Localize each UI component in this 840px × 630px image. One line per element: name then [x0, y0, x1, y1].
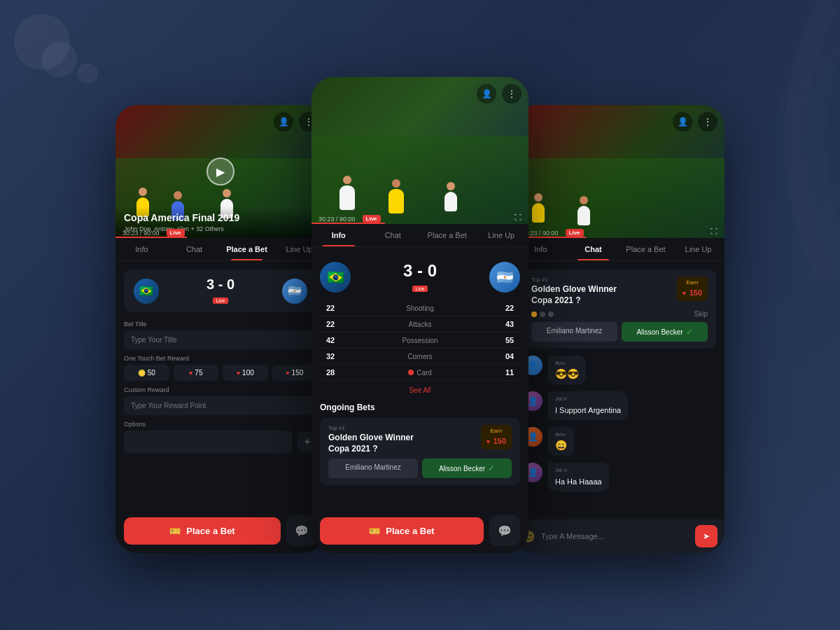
options-input[interactable]	[124, 430, 292, 453]
stat-possession-left: 42	[320, 336, 341, 344]
bet-card-info: Top #1 Golden Glove WinnerCopa 2021 ?	[328, 425, 414, 454]
left-content: 🇧🇷 3 - 0 Live 🇦🇷 Bet Title One Touch Bet…	[115, 261, 326, 550]
chat-msg-1: 👤 Anu 😎😎	[523, 356, 716, 384]
place-bet-button-center[interactable]: 🎫 Place a Bet	[320, 517, 484, 545]
msg-anu-1: 😎😎	[555, 368, 579, 379]
tab-chat-center[interactable]: Chat	[366, 224, 421, 246]
tab-info-center[interactable]: Info	[312, 224, 366, 246]
video-title: Copa America Final 2019	[124, 212, 317, 224]
earn-heart-right: ♥	[682, 290, 686, 297]
fullscreen-icon-center[interactable]: ⛶	[514, 210, 522, 223]
more-icon-right[interactable]: ⋮	[698, 112, 718, 132]
bet-opt-alisson-right[interactable]: Alisson Becker ✓	[622, 322, 708, 342]
r-player1	[532, 193, 545, 223]
center-live: Live	[412, 286, 428, 292]
earn-heart-center: ♥	[486, 438, 490, 445]
team-logo-left: 🇧🇷	[134, 279, 159, 304]
stat-card-left: 28	[320, 368, 341, 377]
bet-options-center: Emiliano Martinez Alisson Becker ✓	[328, 458, 512, 478]
options-label: Options	[124, 421, 317, 428]
bet-opt-emiliano-right[interactable]: Emiliano Martinez	[531, 322, 617, 342]
right-bet-options: Emiliano Martinez Alisson Becker ✓	[531, 322, 708, 342]
more-icon-center[interactable]: ⋮	[502, 84, 522, 104]
custom-label: Custom Reward	[124, 386, 317, 393]
msg-anu-2: 😄	[555, 440, 567, 451]
user-icon-center[interactable]: 👤	[477, 84, 496, 104]
left-phone: 👤 ⋮ ▶ Copa America Final 2019 John Doe, …	[115, 105, 326, 553]
left-tabs: Info Chat Place a Bet Line Up	[115, 238, 326, 261]
earn-label-center: Earn	[486, 428, 506, 434]
center-bet-card: Top #1 Golden Glove WinnerCopa 2021 ? Ea…	[320, 418, 520, 485]
dot-active	[531, 312, 537, 317]
tab-lineup-right[interactable]: Line Up	[672, 238, 724, 260]
reward-btn-75[interactable]: ♥ 75	[174, 365, 219, 381]
bet-option-emiliano[interactable]: Emiliano Martinez	[328, 458, 418, 478]
bet-icon-center: 🎫	[369, 526, 380, 536]
r-player2	[578, 196, 590, 225]
skip-row: Skip	[531, 310, 708, 318]
center-score-center: 3 - 0 Live	[403, 261, 437, 293]
right-bet-header: Top #1 Golden Glove WinnerCopa 2021 ? Ea…	[531, 276, 708, 306]
place-bet-label-left: Place a Bet	[186, 526, 234, 536]
bg-decoration-2	[42, 42, 77, 77]
send-icon: ➤	[703, 531, 710, 541]
center-video-icons: 👤 ⋮	[477, 84, 522, 104]
stat-attacks: 22 Attacks 43	[320, 316, 520, 332]
stat-possession-right: 55	[499, 336, 520, 344]
name-anu-2: Anu	[555, 431, 567, 438]
custom-reward-input[interactable]	[124, 396, 317, 415]
skip-btn[interactable]: Skip	[694, 310, 708, 318]
see-all-btn[interactable]: See All	[320, 381, 520, 400]
c-player2	[388, 179, 404, 214]
left-bottom-bar: 🎫 Place a Bet 💬	[115, 508, 326, 553]
tab-chat-right[interactable]: Chat	[567, 238, 620, 260]
tab-lineup-center[interactable]: Line Up	[475, 224, 529, 246]
reward-btn-100[interactable]: ♥ 100	[223, 365, 268, 381]
reward-btn-50[interactable]: 🪙 50	[124, 365, 169, 381]
ongoing-title: Ongoing Bets	[320, 402, 520, 412]
stat-shooting-label: Shooting	[341, 304, 499, 312]
reward-btn-150[interactable]: ♥ 150	[272, 365, 318, 381]
video-footer: 30:23 / 90:00 Live	[122, 229, 185, 237]
send-button[interactable]: ➤	[695, 525, 718, 547]
tab-place-bet-right[interactable]: Place a Bet	[620, 238, 672, 260]
center-score-row: 🇧🇷 3 - 0 Live 🇦🇷	[320, 255, 520, 300]
tab-place-bet-center[interactable]: Place a Bet	[420, 224, 475, 246]
dot-1	[540, 312, 545, 317]
reward-val-50: 50	[148, 369, 155, 377]
center-live-badge: Live	[363, 215, 381, 223]
card-dot	[408, 370, 414, 375]
right-top-bet: Top #1 Golden Glove WinnerCopa 2021 ? Ea…	[523, 270, 716, 349]
center-team-right: 🇦🇷	[489, 262, 520, 293]
bet-option-alisson[interactable]: Alisson Becker ✓	[422, 458, 512, 478]
user-icon-right[interactable]: 👤	[673, 112, 692, 132]
stat-card-right: 11	[499, 368, 520, 377]
chat-icon-center: 💬	[498, 524, 512, 538]
dot-2	[548, 312, 554, 317]
fullscreen-icon-right[interactable]: ⛶	[710, 224, 718, 237]
stat-card-label: Card	[341, 369, 499, 377]
chat-button-center[interactable]: 💬	[489, 515, 520, 546]
score-center: 3 - 0 Live	[206, 276, 234, 305]
place-bet-button-left[interactable]: 🎫 Place a Bet	[124, 517, 281, 545]
bet-title-input[interactable]	[124, 330, 317, 349]
chat-input-placeholder[interactable]: Type A Message...	[541, 532, 690, 540]
user-icon[interactable]: 👤	[274, 112, 293, 132]
play-button[interactable]: ▶	[206, 158, 234, 186]
bet-icon-left: 🎫	[169, 526, 181, 536]
tab-place-bet-left[interactable]: Place a Bet	[220, 238, 273, 260]
phones-container: 👤 ⋮ ▶ Copa America Final 2019 John Doe, …	[115, 77, 724, 553]
chat-msg-2: 👤 Jal n I Support Argentina	[523, 391, 716, 420]
team-logo-right: 🇦🇷	[282, 279, 307, 304]
right-phone: 👤 ⋮ 30:23 / 90:00 Live ⛶ Info Chat Place…	[514, 105, 724, 553]
bet-title-label: Bet Title	[124, 321, 317, 328]
earn-value-right: 150	[690, 288, 702, 297]
tab-chat-left[interactable]: Chat	[168, 238, 220, 260]
c-player3	[444, 182, 457, 211]
bubble-anu-1: Anu 😎😎	[548, 356, 586, 384]
msg-jaln-2: Ha Ha Haaaa	[555, 477, 602, 486]
bubble-anu-2: Anu 😄	[548, 427, 574, 456]
center-video-header: 👤 ⋮ 30:23 / 90:00 Live ⛶	[312, 77, 528, 224]
stat-attacks-right: 43	[499, 320, 520, 328]
tab-info-left[interactable]: Info	[115, 238, 168, 260]
